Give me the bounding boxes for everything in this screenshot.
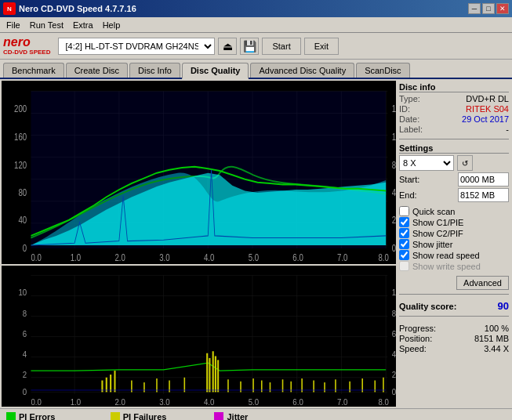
quick-scan-checkbox[interactable] bbox=[399, 206, 409, 216]
advanced-button[interactable]: Advanced bbox=[456, 276, 509, 290]
pi-errors-color bbox=[6, 412, 16, 420]
position-label: Position: bbox=[399, 334, 432, 343]
main-content: 0 40 80 120 160 200 16 12 8 4 2 0 0.0 1.… bbox=[0, 79, 512, 408]
svg-text:0: 0 bbox=[392, 243, 396, 253]
checkbox-show-c1-pie: Show C1/PIE bbox=[399, 217, 509, 227]
disc-type-row: Type: DVD+R DL bbox=[399, 94, 509, 103]
svg-text:0.0: 0.0 bbox=[31, 252, 41, 262]
disc-info-title: Disc info bbox=[399, 82, 509, 92]
quality-score-label: Quality score: bbox=[399, 302, 456, 311]
jitter-header: Jitter bbox=[214, 412, 307, 420]
svg-text:1.0: 1.0 bbox=[71, 252, 81, 262]
tab-scandisc[interactable]: ScanDisc bbox=[356, 63, 409, 78]
title-bar-controls: ─ □ ✕ bbox=[468, 3, 509, 14]
start-label: Start: bbox=[399, 175, 419, 184]
menu-extra[interactable]: Extra bbox=[68, 19, 98, 31]
disc-id-value: RITEK S04 bbox=[466, 104, 509, 114]
right-panel: Disc info Type: DVD+R DL ID: RITEK S04 D… bbox=[396, 79, 512, 408]
title-bar-text: Nero CD-DVD Speed 4.7.7.16 bbox=[19, 4, 136, 13]
top-chart: 0 40 80 120 160 200 16 12 8 4 2 0 0.0 1.… bbox=[2, 81, 396, 264]
svg-text:4: 4 bbox=[392, 349, 396, 359]
checkboxes-section: Quick scan Show C1/PIE Show C2/PIF Show … bbox=[399, 206, 509, 272]
svg-text:8.0: 8.0 bbox=[379, 397, 390, 407]
speed-row: 1 X2 X4 X8 X16 XMAX ↺ bbox=[399, 155, 509, 171]
advanced-btn-container: Advanced bbox=[399, 274, 509, 290]
show-jitter-checkbox[interactable] bbox=[399, 239, 409, 249]
show-read-speed-checkbox[interactable] bbox=[399, 250, 409, 260]
svg-text:120: 120 bbox=[14, 160, 27, 170]
tab-disc-quality[interactable]: Disc Quality bbox=[182, 63, 249, 79]
checkbox-show-jitter: Show jitter bbox=[399, 239, 509, 249]
svg-text:2: 2 bbox=[23, 370, 27, 379]
svg-text:5.0: 5.0 bbox=[249, 252, 259, 262]
svg-text:0: 0 bbox=[392, 387, 396, 396]
disc-label-value: - bbox=[506, 125, 509, 134]
tab-benchmark[interactable]: Benchmark bbox=[3, 63, 64, 78]
app-icon: N bbox=[3, 2, 16, 15]
checkbox-show-write-speed: Show write speed bbox=[399, 261, 509, 271]
show-jitter-label[interactable]: Show jitter bbox=[412, 240, 452, 249]
logo-sub: CD-DVD SPEED bbox=[3, 49, 50, 56]
svg-text:5.0: 5.0 bbox=[249, 397, 260, 407]
title-bar-left: N Nero CD-DVD Speed 4.7.7.16 bbox=[3, 2, 136, 15]
disc-label-row: Label: - bbox=[399, 125, 509, 134]
tab-create-disc[interactable]: Create Disc bbox=[66, 63, 128, 78]
progress-label: Progress: bbox=[399, 324, 436, 333]
menu-file[interactable]: File bbox=[2, 19, 25, 31]
svg-text:4: 4 bbox=[23, 349, 27, 359]
menu-help[interactable]: Help bbox=[98, 19, 125, 31]
start-button[interactable]: Start bbox=[262, 38, 300, 55]
svg-text:0: 0 bbox=[23, 387, 27, 396]
progress-row: Progress: 100 % bbox=[399, 324, 509, 333]
svg-text:2.0: 2.0 bbox=[114, 397, 125, 407]
save-icon-btn[interactable]: 💾 bbox=[240, 38, 259, 55]
jitter-group: Jitter Average: - Maximum: - PO failures… bbox=[214, 412, 307, 420]
exit-button[interactable]: Exit bbox=[304, 38, 339, 55]
refresh-icon-btn[interactable]: ↺ bbox=[457, 155, 473, 171]
checkbox-show-c2-pif: Show C2/PIF bbox=[399, 228, 509, 238]
quick-scan-label[interactable]: Quick scan bbox=[412, 207, 455, 216]
show-c2-pif-checkbox[interactable] bbox=[399, 228, 409, 238]
show-c1-pie-label[interactable]: Show C1/PIE bbox=[412, 218, 463, 227]
svg-text:8: 8 bbox=[23, 309, 27, 318]
svg-text:160: 160 bbox=[14, 132, 27, 142]
maximize-button[interactable]: □ bbox=[482, 3, 495, 14]
menu-run-test[interactable]: Run Test bbox=[25, 19, 68, 31]
progress-value: 100 % bbox=[485, 324, 509, 333]
svg-text:2.0: 2.0 bbox=[114, 252, 125, 262]
end-input[interactable]: 8152 MB bbox=[458, 188, 509, 202]
show-c2-pif-label[interactable]: Show C2/PIF bbox=[412, 229, 463, 238]
show-read-speed-label[interactable]: Show read speed bbox=[412, 251, 480, 260]
svg-text:16: 16 bbox=[392, 103, 396, 114]
minimize-button[interactable]: ─ bbox=[468, 3, 481, 14]
close-button[interactable]: ✕ bbox=[496, 3, 509, 14]
svg-text:3.0: 3.0 bbox=[159, 397, 170, 407]
disc-type-value: DVD+R DL bbox=[466, 94, 509, 103]
drive-selector[interactable]: [4:2] HL-DT-ST DVDRAM GH24NSD0 LH00 bbox=[58, 38, 215, 55]
jitter-color bbox=[214, 412, 223, 420]
svg-text:6.0: 6.0 bbox=[292, 252, 303, 262]
svg-text:4.0: 4.0 bbox=[204, 252, 214, 262]
svg-text:200: 200 bbox=[14, 103, 27, 114]
svg-text:0.0: 0.0 bbox=[31, 397, 42, 407]
show-write-speed-label[interactable]: Show write speed bbox=[412, 262, 481, 271]
show-write-speed-checkbox[interactable] bbox=[399, 261, 409, 271]
speed-selector[interactable]: 1 X2 X4 X8 X16 XMAX bbox=[399, 155, 454, 171]
end-label: End: bbox=[399, 190, 417, 200]
svg-text:80: 80 bbox=[18, 187, 27, 197]
pi-errors-header: PI Errors bbox=[6, 412, 95, 420]
show-c1-pie-checkbox[interactable] bbox=[399, 217, 409, 227]
tab-advanced-disc-quality[interactable]: Advanced Disc Quality bbox=[250, 63, 354, 78]
svg-text:10: 10 bbox=[18, 288, 27, 298]
pi-errors-label: PI Errors bbox=[19, 412, 55, 420]
tab-disc-info[interactable]: Disc Info bbox=[129, 63, 180, 78]
svg-text:8.0: 8.0 bbox=[379, 252, 389, 262]
jitter-label: Jitter bbox=[227, 412, 248, 420]
disc-info-section: Disc info Type: DVD+R DL ID: RITEK S04 D… bbox=[399, 82, 509, 135]
svg-text:8: 8 bbox=[392, 309, 396, 318]
eject-icon-btn[interactable]: ⏏ bbox=[218, 38, 237, 55]
disc-date-label: Date: bbox=[399, 114, 419, 124]
pi-failures-label: PI Failures bbox=[123, 412, 167, 420]
start-input[interactable]: 0000 MB bbox=[458, 172, 509, 186]
svg-text:10: 10 bbox=[392, 288, 396, 298]
